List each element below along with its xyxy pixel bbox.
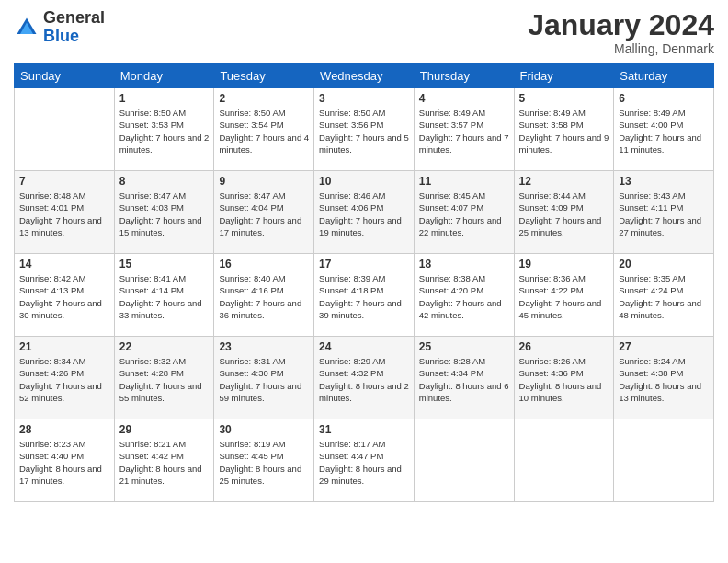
calendar-cell: 25 Sunrise: 8:28 AM Sunset: 4:34 PM Dayl… <box>414 337 514 419</box>
day-info: Sunrise: 8:47 AM Sunset: 4:03 PM Dayligh… <box>119 190 210 238</box>
month-title: January 2024 <box>528 9 714 41</box>
day-info: Sunrise: 8:46 AM Sunset: 4:06 PM Dayligh… <box>319 190 409 238</box>
calendar-cell: 10 Sunrise: 8:46 AM Sunset: 4:06 PM Dayl… <box>314 171 415 254</box>
col-wednesday: Wednesday <box>314 64 415 88</box>
day-info: Sunrise: 8:38 AM Sunset: 4:20 PM Dayligh… <box>419 272 509 321</box>
day-info: Sunrise: 8:28 AM Sunset: 4:34 PM Dayligh… <box>419 355 509 404</box>
day-number: 16 <box>219 258 309 270</box>
calendar-cell: 29 Sunrise: 8:21 AM Sunset: 4:42 PM Dayl… <box>114 419 214 502</box>
calendar-cell: 20 Sunrise: 8:35 AM Sunset: 4:24 PM Dayl… <box>614 254 714 337</box>
calendar-cell: 28 Sunrise: 8:23 AM Sunset: 4:40 PM Dayl… <box>15 419 115 502</box>
calendar-cell: 30 Sunrise: 8:19 AM Sunset: 4:45 PM Dayl… <box>214 419 314 502</box>
calendar-cell: 11 Sunrise: 8:45 AM Sunset: 4:07 PM Dayl… <box>414 171 514 254</box>
day-info: Sunrise: 8:40 AM Sunset: 4:16 PM Dayligh… <box>219 272 309 321</box>
calendar-cell: 2 Sunrise: 8:50 AM Sunset: 3:54 PM Dayli… <box>214 88 314 171</box>
day-info: Sunrise: 8:21 AM Sunset: 4:42 PM Dayligh… <box>119 438 210 487</box>
title-block: January 2024 Malling, Denmark <box>528 9 714 56</box>
col-sunday: Sunday <box>15 64 115 88</box>
calendar-cell: 4 Sunrise: 8:49 AM Sunset: 3:57 PM Dayli… <box>414 88 514 171</box>
calendar-table: Sunday Monday Tuesday Wednesday Thursday… <box>14 63 714 502</box>
calendar-cell: 27 Sunrise: 8:24 AM Sunset: 4:38 PM Dayl… <box>614 337 714 419</box>
calendar-cell: 23 Sunrise: 8:31 AM Sunset: 4:30 PM Dayl… <box>214 337 314 419</box>
calendar-cell: 8 Sunrise: 8:47 AM Sunset: 4:03 PM Dayli… <box>114 171 214 254</box>
calendar-cell: 9 Sunrise: 8:47 AM Sunset: 4:04 PM Dayli… <box>214 171 314 254</box>
col-friday: Friday <box>514 64 614 88</box>
day-number: 24 <box>319 340 409 353</box>
calendar-cell: 18 Sunrise: 8:38 AM Sunset: 4:20 PM Dayl… <box>414 254 514 337</box>
day-info: Sunrise: 8:17 AM Sunset: 4:47 PM Dayligh… <box>319 438 409 487</box>
day-number: 27 <box>619 340 709 353</box>
day-number: 12 <box>519 175 609 188</box>
day-number: 5 <box>519 92 609 105</box>
calendar-cell: 6 Sunrise: 8:49 AM Sunset: 4:00 PM Dayli… <box>614 88 714 171</box>
calendar-cell <box>514 419 614 502</box>
col-thursday: Thursday <box>414 64 514 88</box>
day-number: 9 <box>219 175 309 188</box>
day-number: 17 <box>319 258 409 270</box>
day-number: 8 <box>119 175 210 188</box>
calendar-cell: 17 Sunrise: 8:39 AM Sunset: 4:18 PM Dayl… <box>314 254 415 337</box>
logo-text: General Blue <box>43 9 105 46</box>
day-info: Sunrise: 8:49 AM Sunset: 4:00 PM Dayligh… <box>619 107 709 155</box>
calendar-cell: 13 Sunrise: 8:43 AM Sunset: 4:11 PM Dayl… <box>614 171 714 254</box>
day-info: Sunrise: 8:44 AM Sunset: 4:09 PM Dayligh… <box>519 190 609 238</box>
calendar-cell: 12 Sunrise: 8:44 AM Sunset: 4:09 PM Dayl… <box>514 171 614 254</box>
day-info: Sunrise: 8:50 AM Sunset: 3:56 PM Dayligh… <box>319 107 409 155</box>
calendar-cell: 15 Sunrise: 8:41 AM Sunset: 4:14 PM Dayl… <box>114 254 214 337</box>
day-info: Sunrise: 8:29 AM Sunset: 4:32 PM Dayligh… <box>319 355 409 404</box>
calendar-cell: 24 Sunrise: 8:29 AM Sunset: 4:32 PM Dayl… <box>314 337 415 419</box>
day-number: 2 <box>219 92 309 105</box>
day-number: 30 <box>219 423 309 436</box>
day-number: 13 <box>619 175 709 188</box>
day-info: Sunrise: 8:43 AM Sunset: 4:11 PM Dayligh… <box>619 190 709 238</box>
day-info: Sunrise: 8:35 AM Sunset: 4:24 PM Dayligh… <box>619 272 709 321</box>
day-number: 26 <box>519 340 609 353</box>
page: General Blue January 2024 Malling, Denma… <box>0 0 728 563</box>
day-number: 21 <box>19 340 109 353</box>
logo-blue-text: Blue <box>43 28 105 46</box>
day-number: 15 <box>119 258 210 270</box>
day-number: 28 <box>19 423 109 436</box>
day-number: 3 <box>319 92 409 105</box>
logo: General Blue <box>14 9 105 46</box>
calendar-cell: 1 Sunrise: 8:50 AM Sunset: 3:53 PM Dayli… <box>114 88 214 171</box>
day-info: Sunrise: 8:49 AM Sunset: 3:57 PM Dayligh… <box>419 107 509 155</box>
logo-general-text: General <box>43 9 105 28</box>
day-info: Sunrise: 8:47 AM Sunset: 4:04 PM Dayligh… <box>219 190 309 238</box>
location: Malling, Denmark <box>528 41 714 56</box>
calendar-cell: 21 Sunrise: 8:34 AM Sunset: 4:26 PM Dayl… <box>15 337 115 419</box>
calendar-cell: 14 Sunrise: 8:42 AM Sunset: 4:13 PM Dayl… <box>15 254 115 337</box>
col-monday: Monday <box>114 64 214 88</box>
col-tuesday: Tuesday <box>214 64 314 88</box>
calendar-cell: 31 Sunrise: 8:17 AM Sunset: 4:47 PM Dayl… <box>314 419 415 502</box>
calendar-cell: 5 Sunrise: 8:49 AM Sunset: 3:58 PM Dayli… <box>514 88 614 171</box>
day-number: 23 <box>219 340 309 353</box>
day-number: 19 <box>519 258 609 270</box>
day-info: Sunrise: 8:26 AM Sunset: 4:36 PM Dayligh… <box>519 355 609 404</box>
day-number: 1 <box>119 92 210 105</box>
day-info: Sunrise: 8:48 AM Sunset: 4:01 PM Dayligh… <box>19 190 109 238</box>
day-info: Sunrise: 8:41 AM Sunset: 4:14 PM Dayligh… <box>119 272 210 321</box>
calendar-cell: 26 Sunrise: 8:26 AM Sunset: 4:36 PM Dayl… <box>514 337 614 419</box>
calendar-cell <box>15 88 115 171</box>
day-number: 4 <box>419 92 509 105</box>
col-saturday: Saturday <box>614 64 714 88</box>
calendar-cell: 16 Sunrise: 8:40 AM Sunset: 4:16 PM Dayl… <box>214 254 314 337</box>
day-number: 18 <box>419 258 509 270</box>
day-number: 11 <box>419 175 509 188</box>
day-info: Sunrise: 8:49 AM Sunset: 3:58 PM Dayligh… <box>519 107 609 155</box>
day-number: 7 <box>19 175 109 188</box>
calendar-cell: 7 Sunrise: 8:48 AM Sunset: 4:01 PM Dayli… <box>15 171 115 254</box>
day-info: Sunrise: 8:45 AM Sunset: 4:07 PM Dayligh… <box>419 190 509 238</box>
calendar-cell: 22 Sunrise: 8:32 AM Sunset: 4:28 PM Dayl… <box>114 337 214 419</box>
logo-icon <box>14 15 40 40</box>
day-info: Sunrise: 8:23 AM Sunset: 4:40 PM Dayligh… <box>19 438 109 487</box>
day-info: Sunrise: 8:24 AM Sunset: 4:38 PM Dayligh… <box>619 355 709 404</box>
day-number: 6 <box>619 92 709 105</box>
day-info: Sunrise: 8:36 AM Sunset: 4:22 PM Dayligh… <box>519 272 609 321</box>
day-info: Sunrise: 8:19 AM Sunset: 4:45 PM Dayligh… <box>219 438 309 487</box>
day-number: 25 <box>419 340 509 353</box>
day-info: Sunrise: 8:31 AM Sunset: 4:30 PM Dayligh… <box>219 355 309 404</box>
day-info: Sunrise: 8:42 AM Sunset: 4:13 PM Dayligh… <box>19 272 109 321</box>
header: General Blue January 2024 Malling, Denma… <box>14 9 714 56</box>
